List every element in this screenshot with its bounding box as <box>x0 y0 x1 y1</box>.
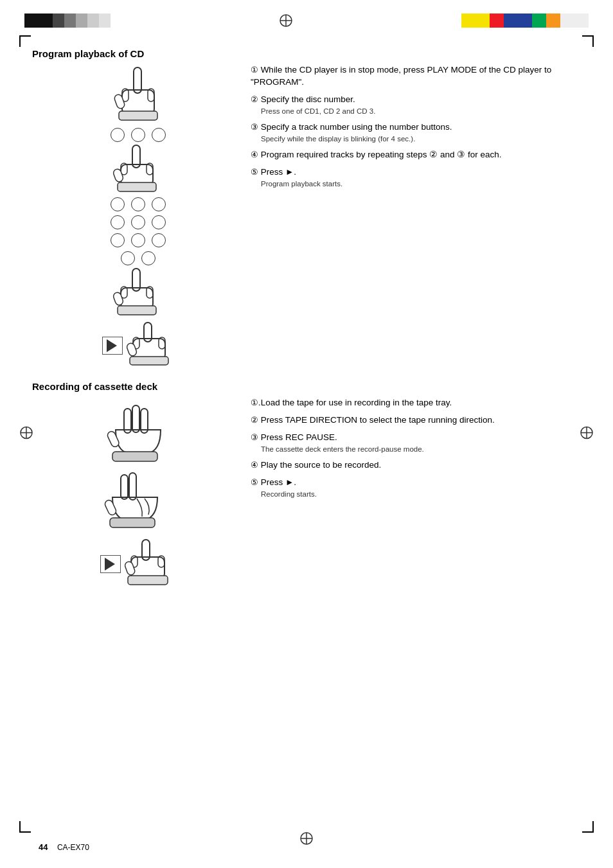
corner-mark-br <box>582 821 594 833</box>
model-number: CA-EX70 <box>57 843 89 852</box>
crosshair-icon <box>279 13 293 28</box>
strip-7 <box>99 13 111 28</box>
cassette-play-area <box>100 538 176 590</box>
left-color-strips <box>24 13 111 28</box>
cd-circle-10 <box>111 233 125 247</box>
cd-hand-3-icon <box>109 267 167 319</box>
svg-rect-16 <box>114 94 126 110</box>
top-bar <box>0 12 613 30</box>
rstrip-6 <box>532 13 546 28</box>
cd-circle-13 <box>121 251 135 265</box>
cd-circles-row-4 <box>111 233 166 247</box>
cd-steps: ① While the CD player is in stop mode, p… <box>244 64 581 369</box>
rstrip-9 <box>574 13 589 28</box>
cd-circle-14 <box>141 251 155 265</box>
cd-circle-12 <box>152 233 166 247</box>
cassette-hand-1-icon <box>100 402 177 470</box>
cd-steps-list: ① While the CD player is in stop mode, p… <box>251 64 581 189</box>
cd-section-layout: ① While the CD player is in stop mode, p… <box>32 64 581 369</box>
rstrip-4 <box>504 13 518 28</box>
strip-4 <box>64 13 76 28</box>
cassette-illustrations <box>32 397 244 590</box>
cd-illustrations <box>32 64 244 369</box>
svg-rect-37 <box>132 405 139 432</box>
svg-rect-49 <box>125 561 136 576</box>
cd-section-title-row: Program playback of CD <box>32 48 581 59</box>
cassette-layout: ①.Load the tape for use in recording in … <box>32 397 581 590</box>
cd-circle-3 <box>152 128 166 142</box>
svg-rect-34 <box>127 342 138 357</box>
cd-circle-7 <box>111 215 125 229</box>
svg-rect-22 <box>112 168 124 183</box>
strip-5 <box>76 13 87 28</box>
cd-circle-8 <box>131 215 145 229</box>
svg-rect-23 <box>118 182 156 191</box>
cd-section-title: Program playback of CD <box>32 48 144 59</box>
cd-play-button <box>102 337 123 355</box>
cd-circle-11 <box>131 233 145 247</box>
left-crosshair <box>19 425 33 443</box>
cassette-steps-list: ①.Load the tape for use in recording in … <box>251 397 581 499</box>
svg-rect-42 <box>129 473 136 500</box>
rstrip-8 <box>560 13 574 28</box>
svg-rect-35 <box>130 357 168 365</box>
svg-rect-17 <box>119 111 157 120</box>
svg-rect-28 <box>112 292 124 306</box>
corner-mark-tl <box>19 35 31 47</box>
cassette-section: Recording of cassette deck <box>32 381 581 590</box>
bottom-crosshair <box>299 831 314 849</box>
cd-circle-1 <box>111 128 125 142</box>
cassette-step-2: ② Press TAPE DIRECTION to select the tap… <box>251 414 581 427</box>
right-crosshair <box>580 425 594 443</box>
svg-rect-44 <box>110 518 155 527</box>
strip-1 <box>24 13 39 28</box>
rstrip-3 <box>490 13 504 28</box>
rstrip-5 <box>518 13 532 28</box>
cassette-step-1: ①.Load the tape for use in recording in … <box>251 397 581 409</box>
cd-step-1: ① While the CD player is in stop mode, p… <box>251 64 581 89</box>
strip-2 <box>39 13 53 28</box>
svg-rect-39 <box>106 430 120 448</box>
svg-rect-41 <box>121 475 128 499</box>
strip-6 <box>87 13 99 28</box>
cassette-hand-2-icon <box>100 470 177 537</box>
cd-hand-1-icon <box>109 64 167 125</box>
cd-circles-row-5 <box>121 251 155 265</box>
cd-circle-4 <box>111 197 125 211</box>
cassette-step-5: ⑤ Press ►. Recording starts. <box>251 477 581 499</box>
svg-rect-50 <box>128 576 168 585</box>
strip-3 <box>53 13 64 28</box>
page-number: 44 CA-EX70 <box>39 842 89 852</box>
right-color-strips <box>461 13 589 28</box>
cassette-steps: ①.Load the tape for use in recording in … <box>244 397 581 590</box>
cd-hand-4-icon <box>127 321 175 369</box>
cd-hand-2-icon <box>109 144 167 195</box>
cd-circle-2 <box>131 128 145 142</box>
cassette-play-button <box>100 555 121 573</box>
corner-mark-tr <box>582 35 594 47</box>
cd-circles-row-2 <box>111 197 166 211</box>
cassette-section-title: Recording of cassette deck <box>32 381 157 392</box>
svg-rect-29 <box>118 306 156 315</box>
cd-circles-row-3 <box>111 215 166 229</box>
main-content: Program playback of CD <box>32 48 581 590</box>
svg-rect-43 <box>103 499 117 517</box>
rstrip-2 <box>475 13 490 28</box>
cassette-hand-3-icon <box>125 538 176 590</box>
cd-circle-6 <box>152 197 166 211</box>
cd-step-2: ② Specify the disc number. Press one of … <box>251 94 581 116</box>
svg-rect-40 <box>112 452 157 461</box>
cd-circle-5 <box>131 197 145 211</box>
cassette-play-icon <box>105 558 115 571</box>
cassette-step-4: ④ Play the source to be recorded. <box>251 459 581 472</box>
cassette-step-3: ③ Press REC PAUSE. The cassette deck ent… <box>251 432 581 454</box>
cd-step-3: ③ Specify a track number using the numbe… <box>251 121 581 144</box>
cd-circles-row-1 <box>111 128 166 142</box>
cd-circle-9 <box>152 215 166 229</box>
top-center-crosshair <box>111 13 461 28</box>
corner-mark-bl <box>19 821 31 833</box>
play-icon <box>107 339 117 352</box>
rstrip-7 <box>546 13 560 28</box>
cd-play-button-area <box>102 321 175 369</box>
cd-step-4: ④ Program required tracks by repeating s… <box>251 149 581 161</box>
